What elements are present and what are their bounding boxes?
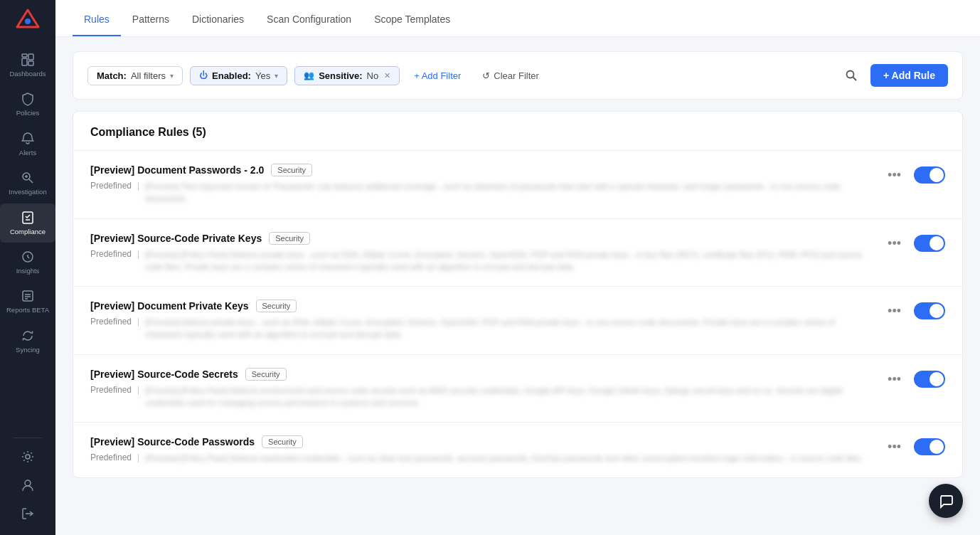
sidebar-item-policies[interactable]: Policies (0, 85, 55, 124)
rule-badge: Security (271, 164, 312, 176)
search-button[interactable] (839, 63, 863, 88)
clear-filter-label: Clear Filter (494, 70, 539, 81)
sidebar-item-investigation[interactable]: Investigation (0, 164, 55, 203)
match-label: Match: (97, 70, 127, 81)
table-row: [Preview] Source-Code Passwords Security… (73, 422, 962, 477)
sensitive-close-icon[interactable]: ✕ (384, 71, 390, 80)
rule-badge: Security (245, 368, 287, 381)
table-row: [Preview] Document Private Keys Security… (73, 286, 962, 354)
rule-description: [Preview] [Policy Pack] Detects hardcode… (145, 452, 863, 465)
rule-meta-label: Predefined (90, 452, 132, 462)
rule-more-button[interactable]: ••• (885, 439, 904, 455)
rule-meta-sep: | (137, 452, 139, 462)
rule-content-1: [Preview] Source-Code Private Keys Secur… (90, 232, 873, 274)
rule-toggle[interactable] (914, 235, 945, 252)
rule-title: [Preview] Document Passwords - 2.0 (90, 164, 264, 176)
sensitive-icon: 👥 (304, 70, 314, 80)
sensitive-filter-chip[interactable]: 👥 Sensitive: No ✕ (294, 66, 400, 85)
filter-bar: Match: All filters ▾ ⏻ Enabled: Yes ▾ 👥 … (73, 51, 963, 100)
rule-meta-label: Predefined (90, 385, 132, 395)
rule-meta-sep: | (137, 181, 139, 191)
tab-scope-templates[interactable]: Scope Templates (363, 4, 462, 36)
rule-content-3: [Preview] Source-Code Secrets Security P… (90, 368, 873, 410)
page-content: Match: All filters ▾ ⏻ Enabled: Yes ▾ 👥 … (55, 37, 980, 535)
match-value: All filters (131, 70, 166, 81)
rule-more-button[interactable]: ••• (885, 303, 904, 319)
match-filter-chip[interactable]: Match: All filters ▾ (87, 66, 183, 85)
tab-patterns[interactable]: Patterns (121, 4, 181, 36)
sidebar-item-insights[interactable]: Insights (0, 243, 55, 282)
rule-content-4: [Preview] Source-Code Passwords Security… (90, 435, 873, 465)
sidebar-item-syncing[interactable]: Syncing (0, 322, 55, 361)
enabled-value: Yes (255, 70, 270, 81)
rule-description: [Preview] [Policy Pack] Detects environm… (145, 385, 873, 410)
add-rule-button[interactable]: + Add Rule (870, 64, 948, 87)
rule-description: [Preview] Detects private keys - such as… (145, 317, 873, 341)
chat-button[interactable] (929, 484, 963, 518)
rule-meta-label: Predefined (90, 181, 132, 191)
add-rule-label: + Add Rule (883, 70, 935, 81)
enabled-icon: ⏻ (199, 70, 208, 80)
match-chevron-icon: ▾ (170, 72, 174, 80)
svg-point-1 (25, 18, 31, 24)
sidebar-item-logout[interactable] (0, 499, 55, 528)
svg-line-7 (29, 179, 33, 183)
rule-content-2: [Preview] Document Private Keys Security… (90, 300, 873, 341)
rule-title: [Preview] Source-Code Private Keys (90, 233, 262, 244)
rule-description: [Preview] This improved version of 'Pass… (145, 181, 873, 206)
svg-rect-5 (28, 61, 33, 65)
sidebar-item-dashboards[interactable]: Dashboards (0, 46, 55, 85)
enabled-chevron-icon: ▾ (275, 72, 278, 80)
rule-meta-sep: | (137, 249, 139, 259)
reset-icon: ↺ (482, 70, 490, 81)
rule-actions: ••• (885, 300, 945, 319)
tab-scan-configuration[interactable]: Scan Configuration (255, 4, 363, 36)
rule-badge: Security (256, 300, 297, 312)
rule-title: [Preview] Source-Code Secrets (90, 369, 238, 380)
rule-meta-label: Predefined (90, 317, 132, 327)
sidebar-item-alerts[interactable]: Alerts (0, 125, 55, 164)
rule-description: [Preview] [Policy Pack] Detects private … (145, 249, 873, 274)
rule-more-button[interactable]: ••• (885, 235, 904, 251)
rule-badge: Security (262, 435, 303, 448)
svg-rect-12 (23, 291, 33, 301)
rule-actions: ••• (885, 368, 945, 388)
rule-actions: ••• (885, 232, 945, 252)
sidebar-item-reports[interactable]: Reports BETA (0, 282, 55, 321)
sidebar-item-compliance[interactable]: Compliance (0, 203, 55, 243)
add-filter-button[interactable]: + Add Filter (407, 67, 468, 85)
svg-point-19 (847, 71, 854, 78)
tab-rules[interactable]: Rules (73, 4, 121, 36)
sensitive-value: No (367, 70, 379, 81)
svg-rect-3 (28, 54, 33, 60)
svg-point-16 (26, 455, 30, 459)
rule-toggle[interactable] (914, 438, 945, 455)
rules-list: [Preview] Document Passwords - 2.0 Secur… (73, 150, 962, 477)
enabled-label: Enabled: (212, 70, 251, 81)
table-row: [Preview] Source-Code Secrets Security P… (73, 354, 962, 423)
rule-toggle[interactable] (914, 302, 945, 319)
sidebar-item-settings[interactable] (0, 443, 55, 471)
enabled-filter-chip[interactable]: ⏻ Enabled: Yes ▾ (190, 66, 287, 85)
rule-meta-label: Predefined (90, 249, 132, 259)
svg-line-20 (853, 78, 857, 81)
svg-rect-2 (22, 54, 27, 57)
rule-actions: ••• (885, 164, 945, 184)
rule-toggle[interactable] (914, 371, 945, 388)
rules-container: Compliance Rules (5) [Preview] Document … (73, 111, 963, 478)
rule-actions: ••• (885, 435, 945, 455)
rule-toggle[interactable] (914, 166, 945, 184)
clear-filter-button[interactable]: ↺ Clear Filter (475, 67, 546, 85)
rule-badge: Security (269, 232, 310, 245)
table-row: [Preview] Source-Code Private Keys Secur… (73, 218, 962, 287)
rule-content-0: [Preview] Document Passwords - 2.0 Secur… (90, 164, 873, 206)
rule-meta-sep: | (137, 317, 139, 327)
app-logo[interactable] (14, 7, 41, 37)
rule-more-button[interactable]: ••• (885, 371, 904, 387)
tab-dictionaries[interactable]: Dictionaries (181, 4, 255, 36)
rule-title: [Preview] Source-Code Passwords (90, 436, 255, 447)
sidebar-item-user[interactable] (0, 471, 55, 499)
svg-point-17 (25, 480, 31, 486)
rule-more-button[interactable]: ••• (885, 167, 904, 183)
sensitive-label: Sensitive: (319, 70, 362, 81)
